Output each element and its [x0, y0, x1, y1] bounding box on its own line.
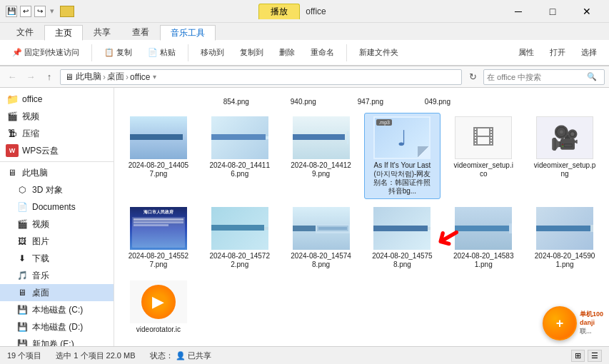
- refresh-button[interactable]: ↻: [465, 69, 480, 85]
- wps-icon: W: [6, 144, 19, 157]
- folder-icon: [60, 6, 74, 17]
- save-icon[interactable]: 💾: [6, 6, 17, 17]
- crumb-desktop[interactable]: 桌面: [107, 71, 124, 83]
- file-thumb-4: 海口市人民政府: [130, 207, 187, 250]
- select-btn[interactable]: 选择: [575, 45, 603, 60]
- file-049[interactable]: 049.png: [406, 93, 469, 108]
- desktop-icon: 🖥: [16, 286, 29, 299]
- file-item-7[interactable]: 2024-08-20_145758.png: [364, 203, 441, 273]
- minimize-button[interactable]: ─: [502, 0, 535, 23]
- tab-home[interactable]: 主页: [44, 25, 83, 41]
- file-area[interactable]: 854.png 940.png 947.png 049.png: [114, 88, 609, 346]
- move-to-btn[interactable]: 移动到: [194, 45, 231, 60]
- file-854[interactable]: 854.png: [205, 93, 268, 108]
- sidebar-item-drive-c[interactable]: 💾 本地磁盘 (C:): [0, 301, 114, 318]
- sidebar-item-office[interactable]: 📁 office: [0, 91, 114, 108]
- sidebar-item-compress[interactable]: 🗜 压缩: [0, 125, 114, 142]
- window-controls: ─ □ ✕: [502, 0, 603, 23]
- file-thumb-3: [293, 116, 350, 159]
- titlebar-title-area: 播放 office: [83, 4, 502, 19]
- undo-icon[interactable]: ↩: [20, 6, 31, 17]
- address-path[interactable]: 🖥 此电脑 › 桌面 › office ▾: [60, 69, 462, 85]
- quick-access-arrow[interactable]: ▾: [50, 6, 54, 16]
- file-name-8: 2024-08-20_145831.png: [452, 252, 515, 269]
- archive-icon: 🗜: [6, 127, 19, 140]
- delete-btn[interactable]: 删除: [273, 45, 301, 60]
- file-name-4: 2024-08-20_145527.png: [127, 252, 190, 269]
- file-thumb-7: [373, 207, 431, 250]
- redo-icon[interactable]: ↪: [34, 6, 46, 17]
- sidebar: 📁 office 🎬 视频 🗜 压缩 W WPS云盘 🖥 此电脑 ⬡ 3D 对象…: [0, 88, 114, 346]
- file-item-5[interactable]: 2024-08-20_145722.png: [201, 203, 278, 273]
- list-view-btn[interactable]: ☰: [588, 350, 602, 362]
- mp3-badge: .mp3: [376, 119, 392, 126]
- drive-e-icon: 💾: [16, 338, 29, 346]
- copy-to-btn[interactable]: 复制到: [233, 45, 270, 60]
- pin-to-quick-btn[interactable]: 📌 固定到快速访问: [6, 45, 86, 60]
- file-item-6[interactable]: 2024-08-20_145748.png: [283, 203, 360, 273]
- item-count: 19 个项目: [7, 350, 41, 361]
- rename-btn[interactable]: 重命名: [304, 45, 341, 60]
- file-thumb-9: [536, 207, 593, 250]
- file-name-videomixer-ico: videomixer_setup.ico: [452, 161, 515, 178]
- file-940[interactable]: 940.png: [272, 93, 335, 108]
- sidebar-item-documents[interactable]: 📄 Documents: [0, 198, 114, 216]
- file-item-videomixer-png[interactable]: 🎥 videomixer_setup.png: [526, 113, 603, 199]
- grid-view-btn[interactable]: ⊞: [571, 350, 585, 362]
- sidebar-label-downloads: 下载: [32, 253, 49, 265]
- file-item-3[interactable]: 2024-08-20_144129.png: [283, 113, 360, 199]
- sidebar-label-computer: 此电脑: [22, 167, 48, 179]
- up-button[interactable]: ↑: [41, 69, 57, 85]
- tab-file[interactable]: 文件: [6, 24, 44, 40]
- sidebar-item-wps[interactable]: W WPS云盘: [0, 142, 114, 159]
- sidebar-item-video2[interactable]: 🎬 视频: [0, 216, 114, 233]
- file-item-8[interactable]: 2024-08-20_145831.png: [445, 203, 522, 273]
- sidebar-label-pictures: 图片: [32, 236, 49, 248]
- paste-btn[interactable]: 📄 粘贴: [141, 45, 182, 60]
- tab-share[interactable]: 共享: [83, 24, 121, 40]
- file-name-videomixer-png: videomixer_setup.png: [533, 161, 596, 178]
- search-icon: 🔍: [587, 72, 597, 81]
- maximize-button[interactable]: □: [536, 0, 569, 23]
- tab-view[interactable]: 查看: [121, 24, 160, 40]
- file-thumb-music: .mp3 ♩: [373, 116, 431, 159]
- open-btn[interactable]: 打开: [543, 45, 572, 60]
- music-icon: 🎵: [16, 269, 29, 282]
- crumb-office[interactable]: office: [130, 72, 150, 82]
- file-947[interactable]: 947.png: [339, 93, 402, 108]
- address-dropdown[interactable]: ▾: [153, 73, 156, 81]
- file-item-2[interactable]: 2024-08-20_144116.png: [201, 113, 278, 199]
- file-item-1[interactable]: 2024-08-20_144057.png: [120, 113, 197, 199]
- sidebar-item-desktop[interactable]: 🖥 桌面: [0, 284, 114, 301]
- file-049-name: 049.png: [425, 98, 451, 106]
- search-box[interactable]: 🔍: [483, 69, 605, 85]
- sidebar-item-pictures[interactable]: 🖼 图片: [0, 233, 114, 250]
- forward-button[interactable]: →: [23, 69, 39, 85]
- file-item-videorotator[interactable]: ▶ videorotator.ic: [120, 277, 197, 338]
- tab-music-tools[interactable]: 音乐工具: [160, 25, 216, 41]
- file-940-name: 940.png: [291, 98, 316, 106]
- tab-play[interactable]: 播放: [258, 4, 300, 19]
- file-item-9[interactable]: 2024-08-20_145901.png: [526, 203, 603, 273]
- file-item-4[interactable]: 海口市人民政府 2024-08-20_145527.png: [120, 203, 197, 273]
- sidebar-item-drive-d[interactable]: 💾 本地磁盘 (D:): [0, 318, 114, 335]
- crumb-computer[interactable]: 🖥 此电脑: [65, 71, 101, 83]
- sidebar-label-compress: 压缩: [22, 128, 39, 140]
- sidebar-item-drive-e[interactable]: 💾 新加卷 (E:): [0, 335, 114, 346]
- back-button[interactable]: ←: [4, 69, 20, 85]
- new-folder-btn[interactable]: 新建文件夹: [353, 45, 405, 60]
- sidebar-item-downloads[interactable]: ⬇ 下载: [0, 250, 114, 267]
- file-item-videomixer-ico[interactable]: 🎞 videomixer_setup.ico: [445, 113, 522, 199]
- file-item-music[interactable]: .mp3 ♩ As If It's Your Last(마지막처럼)-网友别名：…: [364, 113, 441, 199]
- close-button[interactable]: ✕: [570, 0, 603, 23]
- search-input[interactable]: [487, 73, 587, 81]
- sidebar-item-music[interactable]: 🎵 音乐: [0, 267, 114, 284]
- sidebar-item-3d[interactable]: ⬡ 3D 对象: [0, 181, 114, 198]
- copy-btn[interactable]: 📋 复制: [98, 45, 139, 60]
- sidebar-item-computer[interactable]: 🖥 此电脑: [0, 164, 114, 181]
- properties-btn[interactable]: 属性: [512, 45, 540, 60]
- main-area: 📁 office 🎬 视频 🗜 压缩 W WPS云盘 🖥 此电脑 ⬡ 3D 对象…: [0, 88, 609, 346]
- file-grid-row3: ▶ videorotator.ic: [120, 277, 603, 338]
- file-name-9: 2024-08-20_145901.png: [533, 252, 596, 269]
- sidebar-item-videos[interactable]: 🎬 视频: [0, 108, 114, 125]
